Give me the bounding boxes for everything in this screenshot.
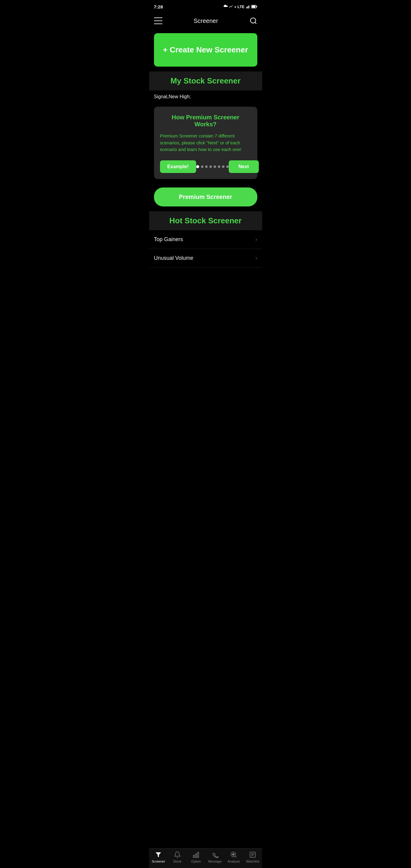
svg-rect-0 [246,7,247,8]
svg-rect-5 [252,5,255,8]
nav-watchlist[interactable]: Watchlist [243,851,262,863]
card-actions: Example! Next [160,160,251,173]
bell-icon [173,851,181,858]
nav-stock[interactable]: Stock [168,851,187,863]
premium-screener-button-label: Premium Screener [179,193,232,200]
menu-button[interactable] [154,18,162,24]
dot-8 [226,165,229,168]
svg-rect-2 [248,6,249,8]
dot-5 [214,165,216,168]
dot-3 [205,165,208,168]
svg-rect-12 [198,852,199,858]
graph-icon [229,4,233,9]
svg-rect-6 [256,6,257,7]
example-button[interactable]: Example! [160,160,196,173]
svg-point-7 [250,18,255,23]
menu-line-3 [154,24,162,24]
nav-message[interactable]: Message [205,851,224,863]
page-title: Screener [193,18,218,24]
status-bar: 7:28 ● LTE [149,0,262,13]
premium-screener-card: How Premium Screener Works? Premium Scre… [154,107,257,179]
premium-screener-button[interactable]: Premium Screener [154,187,257,207]
unusual-volume-item[interactable]: Unusual Volume › [149,249,262,268]
dot-6 [218,165,220,168]
lte-label: LTE [238,4,245,9]
premium-card-title: How Premium Screener Works? [160,114,251,128]
create-screener-label: + Create New Screener [163,45,248,54]
filter-icon [155,851,162,858]
nav-watchlist-label: Watchlist [246,860,259,863]
nav-analysis[interactable]: Analysis [224,851,244,863]
dot-indicator: ● [234,5,236,8]
signal-text: Signal,New High; [149,90,262,103]
svg-marker-9 [156,852,161,857]
status-icons: ● LTE [223,4,257,9]
search-button[interactable] [250,17,257,25]
top-gainers-label: Top Gainers [154,236,183,243]
next-button[interactable]: Next [229,160,259,173]
header: Screener [149,13,262,28]
message-icon [211,851,218,858]
nav-screener[interactable]: Screener [149,851,168,863]
svg-rect-3 [249,5,250,8]
top-gainers-item[interactable]: Top Gainers › [149,230,262,249]
svg-line-14 [235,856,236,858]
create-screener-button[interactable]: + Create New Screener [154,33,257,67]
dot-1 [196,165,199,168]
svg-line-8 [255,22,256,24]
svg-rect-10 [193,855,195,858]
analysis-icon [230,851,238,858]
svg-rect-1 [247,6,248,8]
cloud-icon [223,4,228,9]
nav-stock-label: Stock [173,860,181,863]
chart-icon [193,851,200,858]
chevron-right-icon: › [255,236,257,243]
bottom-navigation: Screener Stock Option Message Analysis [149,848,262,868]
my-stock-screener-title: My Stock Screener [149,71,262,90]
status-time: 7:28 [154,4,163,9]
battery-icon [251,4,257,9]
slide-dots [196,165,229,168]
svg-point-15 [232,854,234,855]
chevron-right-icon-2: › [255,255,257,261]
signal-icon [246,4,250,9]
watchlist-icon [249,851,256,858]
menu-line-1 [154,18,162,18]
dot-7 [222,165,224,168]
nav-message-label: Message [208,860,222,863]
menu-line-2 [154,21,162,21]
nav-option[interactable]: Option [187,851,206,863]
nav-analysis-label: Analysis [227,860,240,863]
dot-2 [201,165,203,168]
dot-4 [210,165,212,168]
nav-option-label: Option [191,860,201,863]
hot-stock-screener-title: Hot Stock Screener [149,211,262,230]
premium-card-description: Premium Screener contain 7 different sce… [160,133,251,153]
unusual-volume-label: Unusual Volume [154,255,193,261]
nav-screener-label: Screener [152,860,165,863]
svg-rect-11 [195,854,197,858]
